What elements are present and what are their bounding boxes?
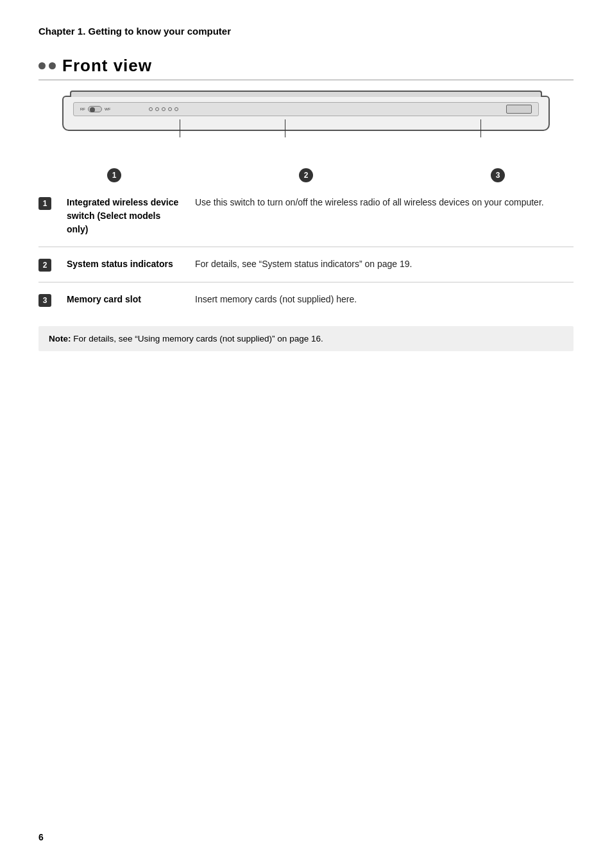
- callout-row: 1 2 3: [56, 168, 556, 182]
- switch-area: RF WF: [80, 106, 110, 112]
- diagram-container: RF WF 1 2 3: [56, 96, 556, 160]
- switch-label-left: RF: [80, 107, 85, 111]
- item-desc-cell-2: Insert memory cards (not supplied) here.: [195, 282, 574, 318]
- item-num-cell-2: 3: [38, 282, 67, 318]
- status-icons: [149, 107, 178, 111]
- status-icon-2: [155, 107, 159, 111]
- dot-1: [38, 62, 46, 69]
- status-icon-4: [168, 107, 172, 111]
- toggle-knob: [90, 107, 95, 112]
- callout-badge-3: 3: [491, 168, 505, 182]
- item-label-cell-0: Integrated wireless device switch (Selec…: [67, 186, 195, 247]
- item-num-badge-2: 3: [38, 294, 51, 307]
- dot-2: [49, 62, 56, 69]
- table-row: 2 System status indicators For details, …: [38, 247, 574, 282]
- item-desc-cell-1: For details, see “System status indicato…: [195, 247, 574, 282]
- note-box: Note: For details, see “Using memory car…: [38, 326, 574, 351]
- item-num-cell-0: 1: [38, 186, 67, 247]
- item-label-cell-2: Memory card slot: [67, 282, 195, 318]
- switch-label-right: WF: [105, 107, 110, 111]
- laptop-top-edge: [70, 91, 542, 97]
- table-row: 3 Memory card slot Insert memory cards (…: [38, 282, 574, 318]
- callout-line-1: [180, 119, 180, 137]
- item-num-badge-0: 1: [38, 197, 51, 210]
- section-title: Front view: [62, 56, 152, 76]
- note-bold: Note:: [49, 334, 71, 343]
- callout-badge-1: 1: [107, 168, 121, 182]
- toggle-switch: [88, 106, 102, 112]
- items-table: 1 Integrated wireless device switch (Sel…: [38, 186, 574, 317]
- laptop-body: RF WF: [62, 96, 550, 131]
- page-number: 6: [38, 832, 44, 842]
- item-num-badge-1: 2: [38, 259, 51, 272]
- callout-line-3: [480, 119, 481, 137]
- status-icon-5: [174, 107, 178, 111]
- note-text: For details, see “Using memory cards (no…: [71, 334, 323, 343]
- status-icon-1: [149, 107, 153, 111]
- chapter-title: Chapter 1. Getting to know your computer: [38, 26, 574, 37]
- card-slot-area: [506, 105, 532, 114]
- item-num-cell-1: 2: [38, 247, 67, 282]
- section-header: Front view: [38, 56, 574, 80]
- status-icon-3: [162, 107, 166, 111]
- item-desc-cell-0: Use this switch to turn on/off the wirel…: [195, 186, 574, 247]
- item-label-cell-1: System status indicators: [67, 247, 195, 282]
- table-row: 1 Integrated wireless device switch (Sel…: [38, 186, 574, 247]
- callout-badge-2: 2: [299, 168, 313, 182]
- section-dots: [38, 62, 56, 69]
- card-slot-rect: [506, 105, 532, 114]
- laptop-inner-bar: RF WF: [73, 102, 539, 116]
- callout-line-2: [285, 119, 285, 137]
